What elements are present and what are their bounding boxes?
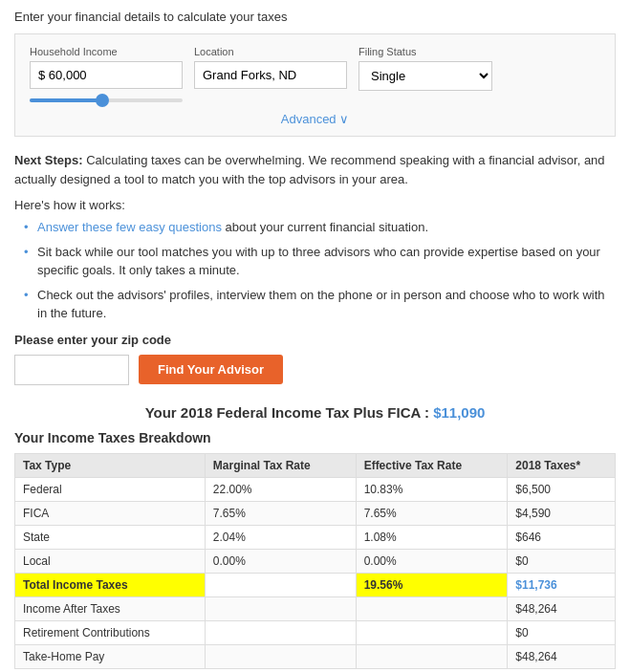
income-group: Household Income bbox=[30, 46, 183, 102]
intro-text: Enter your financial details to calculat… bbox=[14, 10, 616, 24]
tax-result-label: Your 2018 Federal Income Tax Plus FICA : bbox=[145, 404, 433, 421]
cell-type: FICA bbox=[15, 501, 206, 525]
cell-type: Retirement Contributions bbox=[15, 620, 206, 644]
table-row: Retirement Contributions$0 bbox=[15, 620, 616, 644]
col-header-marginal: Marginal Tax Rate bbox=[205, 453, 356, 477]
next-steps-bold: Next Steps: bbox=[14, 153, 83, 167]
zip-label: Please enter your zip code bbox=[14, 333, 616, 347]
advanced-link-container: Advanced ∨ bbox=[30, 112, 600, 126]
cell-effective: 10.83% bbox=[356, 477, 508, 501]
income-label: Household Income bbox=[30, 46, 183, 57]
bullet-list: Answer these few easy questions about yo… bbox=[24, 218, 616, 323]
filing-group: Filing Status Single bbox=[358, 46, 492, 102]
cell-effective: 19.56% bbox=[356, 573, 508, 596]
form-fields: Household Income Location Filing Status … bbox=[30, 46, 600, 102]
advanced-link[interactable]: Advanced ∨ bbox=[281, 112, 349, 126]
bullet-item-3: Check out the advisors' profiles, interv… bbox=[24, 286, 616, 323]
cell-marginal: 22.00% bbox=[205, 477, 356, 501]
next-steps-section: Next Steps: Calculating taxes can be ove… bbox=[14, 151, 616, 188]
bullet-item-2: Sit back while our tool matches you with… bbox=[24, 243, 616, 280]
cell-type: Local bbox=[15, 549, 206, 573]
chevron-down-icon: ∨ bbox=[339, 112, 349, 126]
bullet-link-1[interactable]: Answer these few easy questions bbox=[37, 220, 222, 234]
cell-type: Federal bbox=[15, 477, 206, 501]
zip-section: Please enter your zip code Find Your Adv… bbox=[14, 333, 616, 385]
location-group: Location bbox=[194, 46, 347, 102]
cell-marginal: 2.04% bbox=[205, 525, 356, 549]
table-row: FICA7.65%7.65%$4,590 bbox=[15, 501, 616, 525]
cell-effective: 7.65% bbox=[356, 501, 508, 525]
filing-select[interactable]: Single bbox=[358, 61, 492, 91]
next-steps-description: Calculating taxes can be overwhelming. W… bbox=[14, 153, 605, 186]
cell-marginal bbox=[205, 620, 356, 644]
cell-type: Take-Home Pay bbox=[15, 644, 206, 668]
cell-marginal: 0.00% bbox=[205, 549, 356, 573]
location-label: Location bbox=[194, 46, 347, 57]
cell-marginal bbox=[205, 596, 356, 620]
cell-taxes: $11,736 bbox=[508, 573, 616, 596]
cell-taxes: $646 bbox=[508, 525, 616, 549]
cell-taxes: $0 bbox=[508, 549, 616, 573]
income-input[interactable] bbox=[30, 61, 183, 89]
location-input[interactable] bbox=[194, 61, 347, 89]
bullet-item-1: Answer these few easy questions about yo… bbox=[24, 218, 616, 237]
filing-label: Filing Status bbox=[358, 46, 492, 57]
breakdown-table: Tax Type Marginal Tax Rate Effective Tax… bbox=[14, 453, 616, 669]
zip-input[interactable] bbox=[14, 355, 129, 385]
col-header-type: Tax Type bbox=[15, 453, 206, 477]
cell-marginal bbox=[205, 573, 356, 596]
cell-effective: 1.08% bbox=[356, 525, 508, 549]
income-slider-container bbox=[30, 95, 183, 102]
zip-row: Find Your Advisor bbox=[14, 355, 616, 385]
tax-result: Your 2018 Federal Income Tax Plus FICA :… bbox=[14, 404, 616, 421]
cell-type: Total Income Taxes bbox=[15, 573, 206, 596]
table-row: Total Income Taxes19.56%$11,736 bbox=[15, 573, 616, 596]
table-row: State2.04%1.08%$646 bbox=[15, 525, 616, 549]
cell-type: State bbox=[15, 525, 206, 549]
cell-effective bbox=[356, 596, 508, 620]
slider-fill bbox=[30, 98, 98, 102]
col-header-effective: Effective Tax Rate bbox=[356, 453, 508, 477]
cell-effective bbox=[356, 620, 508, 644]
cell-taxes: $48,264 bbox=[508, 596, 616, 620]
cell-taxes: $48,264 bbox=[508, 644, 616, 668]
breakdown-section: Your Income Taxes Breakdown Tax Type Mar… bbox=[14, 430, 616, 673]
cell-effective: 0.00% bbox=[356, 549, 508, 573]
table-row: Local0.00%0.00%$0 bbox=[15, 549, 616, 573]
tax-result-amount: $11,090 bbox=[433, 404, 485, 421]
table-row: Income After Taxes$48,264 bbox=[15, 596, 616, 620]
cell-type: Income After Taxes bbox=[15, 596, 206, 620]
tax-form-box: Household Income Location Filing Status … bbox=[14, 33, 616, 137]
col-header-taxes: 2018 Taxes* bbox=[508, 453, 616, 477]
table-header-row: Tax Type Marginal Tax Rate Effective Tax… bbox=[15, 453, 616, 477]
table-row: Federal22.00%10.83%$6,500 bbox=[15, 477, 616, 501]
cell-effective bbox=[356, 644, 508, 668]
cell-taxes: $6,500 bbox=[508, 477, 616, 501]
table-row: Take-Home Pay$48,264 bbox=[15, 644, 616, 668]
breakdown-title: Your Income Taxes Breakdown bbox=[14, 430, 616, 445]
slider-track[interactable] bbox=[30, 98, 183, 102]
cell-taxes: $4,590 bbox=[508, 501, 616, 525]
how-it-works-label: Here's how it works: bbox=[14, 198, 616, 212]
cell-marginal: 7.65% bbox=[205, 501, 356, 525]
cell-taxes: $0 bbox=[508, 620, 616, 644]
find-advisor-button[interactable]: Find Your Advisor bbox=[139, 355, 283, 384]
slider-thumb[interactable] bbox=[96, 94, 109, 107]
cell-marginal bbox=[205, 644, 356, 668]
